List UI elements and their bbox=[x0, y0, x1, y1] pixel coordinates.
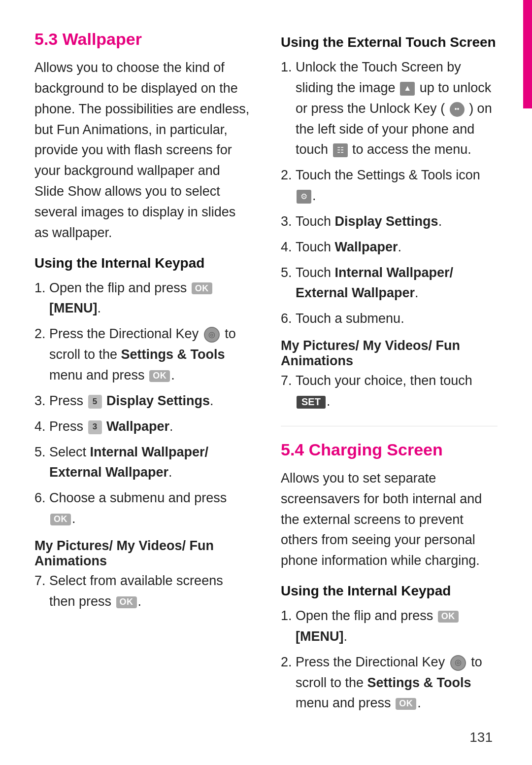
section-title-charging: 5.4 Charging Screen bbox=[281, 440, 498, 459]
submenu-title-right: My Pictures/ My Videos/ Fun Animations bbox=[281, 338, 498, 369]
accent-bar bbox=[523, 0, 532, 108]
external-touch-steps: Unlock the Touch Screen by sliding the i… bbox=[296, 57, 498, 329]
directional-key-icon: ◎ bbox=[450, 655, 466, 671]
list-item: Touch the Settings & Tools icon ⚙. bbox=[296, 165, 498, 207]
two-column-layout: 5.3 Wallpaper Allows you to choose the k… bbox=[34, 30, 498, 726]
ok-button-icon: OK bbox=[116, 596, 137, 608]
internal-keypad-steps-left: Open the flip and press OK [MENU]. Press… bbox=[49, 278, 251, 529]
ok-button-icon: OK bbox=[192, 282, 212, 294]
list-item: Press 5 Display Settings. bbox=[49, 391, 251, 412]
list-item: Open the flip and press OK [MENU]. bbox=[49, 278, 251, 319]
internal-keypad-title-charging: Using the Internal Keypad bbox=[281, 583, 498, 599]
list-item: Unlock the Touch Screen by sliding the i… bbox=[296, 57, 498, 160]
list-item: Touch Wallpaper. bbox=[296, 237, 498, 258]
page-number: 131 bbox=[469, 730, 493, 745]
ok-button-icon: OK bbox=[50, 514, 71, 525]
directional-key-icon: ◎ bbox=[204, 327, 220, 343]
num-3-icon: 3 bbox=[88, 420, 102, 434]
list-item: Touch Display Settings. bbox=[296, 211, 498, 232]
charging-keypad-steps: Open the flip and press OK [MENU]. Press… bbox=[296, 606, 498, 714]
section-title-wallpaper: 5.3 Wallpaper bbox=[34, 30, 251, 49]
list-item: Touch your choice, then touch SET. bbox=[296, 371, 498, 412]
charging-intro: Allows you to set separate screensavers … bbox=[281, 468, 498, 571]
list-item: Press the Directional Key ◎ to scroll to… bbox=[49, 324, 251, 386]
page-container: 5.3 Wallpaper Allows you to choose the k… bbox=[0, 0, 532, 765]
settings-tools-icon: ⚙ bbox=[297, 190, 311, 204]
list-item: Select Internal Wallpaper/ External Wall… bbox=[49, 442, 251, 484]
list-item: Press the Directional Key ◎ to scroll to… bbox=[296, 652, 498, 714]
ok-button-icon: OK bbox=[396, 698, 416, 710]
step-7-list-right: Touch your choice, then touch SET. bbox=[296, 371, 498, 412]
unlock-arrow-icon: ▲ bbox=[400, 82, 415, 96]
submenu-title-left: My Pictures/ My Videos/ Fun Animations bbox=[34, 538, 251, 569]
wallpaper-intro: Allows you to choose the kind of backgro… bbox=[34, 58, 251, 243]
num-5-icon: 5 bbox=[88, 395, 102, 409]
ok-button-icon: OK bbox=[149, 370, 170, 382]
internal-keypad-title-left: Using the Internal Keypad bbox=[34, 255, 251, 271]
list-item: Choose a submenu and press OK. bbox=[49, 488, 251, 529]
list-item: Open the flip and press OK [MENU]. bbox=[296, 606, 498, 647]
left-column: 5.3 Wallpaper Allows you to choose the k… bbox=[34, 30, 251, 726]
list-item: Touch Internal Wallpaper/ External Wallp… bbox=[296, 263, 498, 304]
menu-label: [MENU] bbox=[49, 301, 97, 315]
list-item: Touch a submenu. bbox=[296, 309, 498, 329]
external-touch-title: Using the External Touch Screen bbox=[281, 35, 498, 50]
right-column: Using the External Touch Screen Unlock t… bbox=[281, 30, 498, 726]
section-divider bbox=[281, 426, 498, 426]
list-item: Press 3 Wallpaper. bbox=[49, 417, 251, 437]
set-button-icon: SET bbox=[297, 396, 326, 409]
list-item: Select from available screens then press… bbox=[49, 571, 251, 612]
unlock-key-icon: •• bbox=[450, 102, 465, 117]
settings-menu-icon: ☷ bbox=[333, 143, 348, 157]
ok-button-icon: OK bbox=[438, 611, 459, 623]
step-7-list: Select from available screens then press… bbox=[49, 571, 251, 612]
